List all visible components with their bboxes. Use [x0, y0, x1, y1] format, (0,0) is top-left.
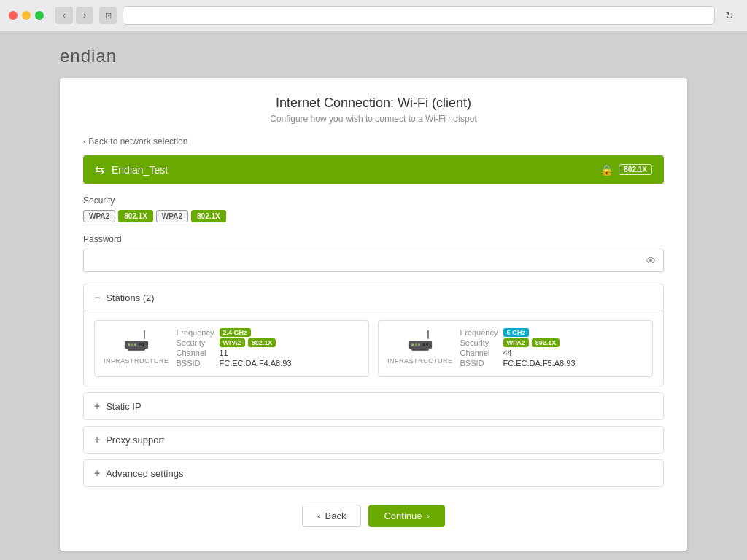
continue-button[interactable]: Continue ›: [368, 505, 444, 527]
sec-badge-8021x-2: 802.1X: [532, 338, 560, 347]
network-security-badge: 802.1X: [619, 164, 652, 175]
password-label: Password: [83, 234, 664, 244]
security-label: Security: [83, 195, 664, 206]
svg-rect-7: [128, 349, 144, 351]
svg-point-10: [411, 343, 414, 346]
sidebar-toggle-button[interactable]: ⊡: [99, 7, 117, 24]
security-badge-8021x-2[interactable]: 802.1X: [191, 210, 226, 222]
station-info-2: Frequency 5 GHz Security WPA2 802.1X Cha…: [460, 328, 644, 369]
station-info-1: Frequency 2.4 GHz Security WPA2 802.1X C…: [177, 328, 360, 369]
stations-header[interactable]: − Stations (2): [84, 284, 663, 311]
bssid-key-1: BSSID: [177, 359, 217, 368]
router-icon-2: [404, 328, 436, 354]
continue-arrow-icon: ›: [426, 510, 429, 521]
channel-key-1: Channel: [177, 349, 217, 357]
freq-badge-1: 2.4 GHz: [220, 328, 251, 337]
station-channel-row-2: Channel 44: [460, 349, 644, 357]
freq-key-2: Frequency: [460, 328, 500, 337]
main-card: Internet Connection: Wi-Fi (client) Conf…: [60, 78, 687, 551]
wifi-icon: ⇆: [95, 163, 104, 176]
advanced-settings-label: Advanced settings: [106, 468, 183, 479]
address-bar[interactable]: [123, 6, 715, 25]
channel-key-2: Channel: [460, 349, 500, 357]
static-ip-label: Static IP: [106, 401, 141, 412]
close-button[interactable]: [9, 11, 18, 20]
endian-logo: endian: [60, 46, 117, 66]
security-badge-group: WPA2 802.1X WPA2 802.1X: [83, 210, 664, 222]
stations-collapse-icon: −: [94, 292, 100, 303]
minimize-button[interactable]: [22, 11, 31, 20]
page-body: endian Internet Connection: Wi-Fi (clien…: [0, 31, 747, 560]
sec-key-2: Security: [460, 338, 500, 347]
svg-point-2: [128, 343, 130, 346]
station-sec-row-1: Security WPA2 802.1X: [177, 338, 360, 347]
channel-value-1: 11: [220, 349, 228, 357]
svg-point-4: [134, 343, 136, 346]
eye-icon[interactable]: 👁: [646, 254, 657, 267]
static-ip-section: + Static IP: [83, 392, 664, 420]
security-badge-wpa2-1[interactable]: WPA2: [83, 210, 115, 222]
back-to-network-link[interactable]: ‹ Back to network selection: [83, 136, 187, 147]
back-arrow-icon: ‹: [317, 510, 320, 521]
station-icon-area-1: INFRASTRUCTURE: [104, 328, 169, 365]
network-left: ⇆ Endian_Test: [95, 163, 168, 176]
reload-button[interactable]: ↻: [721, 7, 738, 24]
station-channel-row-1: Channel 11: [177, 349, 360, 357]
svg-rect-5: [139, 343, 141, 346]
advanced-settings-section: + Advanced settings: [83, 459, 664, 487]
traffic-lights: [9, 11, 44, 20]
back-button-label: Back: [325, 510, 347, 521]
selected-network-bar[interactable]: ⇆ Endian_Test 🔒 802.1X: [83, 155, 664, 184]
station-bssid-row-1: BSSID FC:EC:DA:F4:A8:93: [177, 359, 360, 368]
proxy-support-label: Proxy support: [106, 435, 164, 446]
stations-header-label: Stations (2): [106, 292, 154, 303]
back-nav-button[interactable]: ‹: [55, 7, 73, 24]
stations-body: INFRASTRUCTURE Frequency 2.4 GHz Securit…: [84, 311, 663, 386]
network-name: Endian_Test: [112, 164, 168, 176]
back-button[interactable]: ‹ Back: [302, 505, 361, 527]
maximize-button[interactable]: [35, 11, 44, 20]
svg-rect-13: [422, 343, 425, 346]
proxy-support-section: + Proxy support: [83, 426, 664, 454]
advanced-settings-header[interactable]: + Advanced settings: [84, 460, 663, 486]
password-field-wrap: 👁: [83, 249, 664, 272]
station-card-2: INFRASTRUCTURE Frequency 5 GHz Security …: [378, 320, 653, 377]
browser-chrome: ‹ › ⊡ ↻: [0, 0, 747, 31]
lock-icon: 🔒: [600, 164, 613, 176]
stations-section: − Stations (2): [83, 284, 664, 386]
bssid-key-2: BSSID: [460, 359, 500, 368]
svg-point-11: [414, 343, 417, 346]
stations-grid: INFRASTRUCTURE Frequency 2.4 GHz Securit…: [94, 320, 653, 377]
static-ip-header[interactable]: + Static IP: [84, 393, 663, 419]
sec-badge-8021x-1: 802.1X: [248, 338, 276, 347]
network-right: 🔒 802.1X: [600, 164, 652, 176]
station-card-1: INFRASTRUCTURE Frequency 2.4 GHz Securit…: [94, 320, 369, 377]
station-freq-row-2: Frequency 5 GHz: [460, 328, 644, 337]
svg-rect-14: [426, 343, 428, 346]
svg-point-3: [131, 343, 133, 346]
logo-area: endian: [60, 46, 687, 66]
security-badge-8021x-1[interactable]: 802.1X: [118, 210, 153, 222]
continue-button-label: Continue: [384, 510, 422, 521]
button-row: ‹ Back Continue ›: [83, 505, 664, 527]
proxy-support-header[interactable]: + Proxy support: [84, 427, 663, 453]
svg-rect-6: [142, 343, 144, 346]
security-badge-wpa2-2[interactable]: WPA2: [156, 210, 188, 222]
sec-badge-wpa2-1: WPA2: [220, 338, 245, 347]
infra-label-2: INFRASTRUCTURE: [387, 357, 453, 365]
freq-key-1: Frequency: [177, 328, 217, 337]
station-bssid-row-2: BSSID FC:EC:DA:F5:A8:93: [460, 359, 644, 368]
forward-nav-button[interactable]: ›: [76, 7, 93, 24]
nav-buttons: ‹ ›: [55, 7, 93, 24]
bssid-value-1: FC:EC:DA:F4:A8:93: [220, 359, 292, 368]
bssid-value-2: FC:EC:DA:F5:A8:93: [503, 359, 576, 368]
page-title: Internet Connection: Wi-Fi (client): [83, 96, 664, 111]
password-input[interactable]: [83, 249, 664, 272]
proxy-expand-icon: +: [94, 434, 100, 446]
station-sec-row-2: Security WPA2 802.1X: [460, 338, 644, 347]
svg-rect-15: [411, 349, 428, 351]
svg-point-12: [418, 343, 420, 346]
page-subtitle: Configure how you wish to connect to a W…: [83, 114, 664, 124]
advanced-expand-icon: +: [94, 467, 100, 479]
freq-badge-2: 5 GHz: [503, 328, 530, 337]
